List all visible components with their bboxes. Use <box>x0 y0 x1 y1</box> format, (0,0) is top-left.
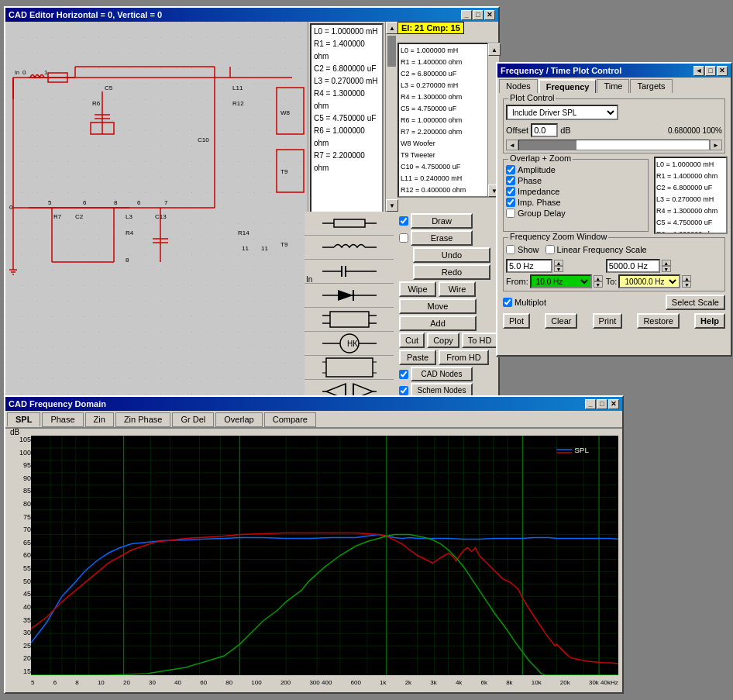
comp-val-3[interactable]: L3 = 0.270000 mH <box>400 80 488 91</box>
freq-maximize[interactable]: □ <box>705 66 716 76</box>
group-delay-checkbox[interactable] <box>506 209 515 218</box>
move-button[interactable]: Move <box>399 298 477 314</box>
freq-comp-5[interactable]: C5 = 4.750000 uF <box>656 217 725 229</box>
amplitude-checkbox[interactable] <box>506 165 515 174</box>
freq-close[interactable]: ✕ <box>717 66 728 76</box>
to-sel-down[interactable]: ▼ <box>682 281 691 288</box>
select-scale-button[interactable]: Select Scale <box>666 295 725 310</box>
offset-input[interactable] <box>531 123 558 137</box>
cad-freq-close[interactable]: ✕ <box>608 399 619 409</box>
slider-thumb[interactable] <box>519 140 576 150</box>
clear-button[interactable]: Clear <box>545 313 577 329</box>
help-button[interactable]: Help <box>694 313 725 329</box>
scroll-down-arrow[interactable]: ▼ <box>386 199 398 212</box>
comp-item-1[interactable]: R1 = 1.400000 ohm <box>312 38 381 63</box>
show-checkbox[interactable] <box>506 245 515 254</box>
scroll-up2[interactable]: ▲ <box>488 43 501 56</box>
from-sel-up[interactable]: ▲ <box>594 275 603 281</box>
comp-val-11[interactable]: L11 = 0.240000 mH <box>400 173 488 184</box>
comp-val-0[interactable]: L0 = 1.000000 mH <box>400 45 488 57</box>
freq-minimize[interactable]: ◄ <box>693 66 704 76</box>
add-button[interactable]: Add <box>399 316 477 331</box>
comp-item-5[interactable]: C5 = 4.750000 uF <box>312 112 381 125</box>
scroll-thumb[interactable] <box>387 36 396 67</box>
wire-button[interactable]: Wire <box>439 281 476 297</box>
to-hd-button[interactable]: To HD <box>462 333 498 348</box>
from-sel-down[interactable]: ▼ <box>594 281 603 288</box>
component-list[interactable]: L0 = 1.000000 mHR1 = 1.400000 ohmC2 = 6.… <box>310 23 384 212</box>
comp-item-3[interactable]: L3 = 0.270000 mH <box>312 75 381 88</box>
slider-left[interactable]: ◄ <box>506 140 518 150</box>
comp-val-10[interactable]: C10 = 4.750000 uF <box>400 161 488 173</box>
tab-phase[interactable]: Phase <box>42 412 83 427</box>
tab-frequency[interactable]: Frequency <box>539 79 597 93</box>
comp-val-4[interactable]: R4 = 1.300000 ohm <box>400 91 488 103</box>
comp-item-6[interactable]: R6 = 1.000000 ohm <box>312 125 381 150</box>
comp-values-list[interactable]: L0 = 1.000000 mHR1 = 1.400000 ohmC2 = 6.… <box>397 43 490 198</box>
tab-zin-phase[interactable]: Zin Phase <box>115 412 171 427</box>
freq-comp-0[interactable]: L0 = 1.000000 mH <box>656 159 725 171</box>
comp-val-6[interactable]: R6 = 1.000000 ohm <box>400 115 488 126</box>
freq-comp-4[interactable]: R4 = 1.300000 ohm <box>656 205 725 217</box>
plot-button[interactable]: Plot <box>503 313 530 329</box>
from-hd-button[interactable]: From HD <box>439 350 489 365</box>
close-button[interactable]: ✕ <box>484 10 495 20</box>
restore-button[interactable]: Restore <box>637 313 680 329</box>
to-select[interactable]: 10000.0 Hz <box>618 274 680 288</box>
print-button[interactable]: Print <box>593 313 623 329</box>
impedance-checkbox[interactable] <box>506 187 515 196</box>
scroll-track[interactable] <box>386 36 397 191</box>
copy-button[interactable]: Copy <box>427 333 459 348</box>
cad-nodes-checkbox[interactable] <box>399 370 408 379</box>
cad-freq-minimize[interactable]: _ <box>585 399 596 409</box>
phase-checkbox[interactable] <box>506 176 515 185</box>
tab-spl[interactable]: SPL <box>7 412 40 427</box>
comp-val-2[interactable]: C2 = 6.800000 uF <box>400 68 488 80</box>
draw-checkbox[interactable] <box>399 216 408 226</box>
comp-val-1[interactable]: R1 = 1.400000 ohm <box>400 57 488 68</box>
tab-targets[interactable]: Targets <box>630 79 672 93</box>
tab-zin[interactable]: Zin <box>85 412 114 427</box>
comp-val-8[interactable]: W8 Woofer <box>400 138 488 150</box>
comp-val-13[interactable]: C13 = 10.00000 uF <box>400 196 488 198</box>
tab-nodes[interactable]: Nodes <box>499 79 538 93</box>
slider-track[interactable] <box>518 140 710 150</box>
comp-val-12[interactable]: R12 = 0.400000 ohm <box>400 184 488 196</box>
to-spin-up[interactable]: ▲ <box>662 260 671 266</box>
comp-list-scrollbar[interactable]: ▲ ▼ <box>385 22 397 212</box>
linear-checkbox[interactable] <box>545 245 555 254</box>
from-spinner[interactable] <box>506 259 552 273</box>
freq-comp-3[interactable]: L3 = 0.270000 mH <box>656 194 725 205</box>
cad-nodes-button[interactable]: CAD Nodes <box>411 367 473 381</box>
tab-overlap[interactable]: Overlap <box>215 412 263 427</box>
erase-checkbox[interactable] <box>399 233 408 243</box>
comp-item-7[interactable]: R7 = 2.200000 ohm <box>312 150 381 174</box>
from-spin-down[interactable]: ▼ <box>554 266 563 272</box>
comp-item-0[interactable]: L0 = 1.000000 mH <box>312 26 381 38</box>
cad-freq-maximize[interactable]: □ <box>597 399 607 409</box>
slider-right[interactable]: ► <box>710 140 722 150</box>
maximize-button[interactable]: □ <box>473 10 484 20</box>
freq-comp-2[interactable]: C2 = 6.800000 uF <box>656 182 725 194</box>
schem-nodes-checkbox[interactable] <box>399 386 408 395</box>
wipe-button[interactable]: Wipe <box>399 281 436 297</box>
comp-val-5[interactable]: C5 = 4.750000 uF <box>400 103 488 115</box>
to-spin-down[interactable]: ▼ <box>662 266 671 272</box>
comp-val-7[interactable]: R7 = 2.200000 ohm <box>400 126 488 138</box>
to-spinner[interactable] <box>606 259 660 273</box>
draw-button[interactable]: Draw <box>411 213 473 229</box>
plot-control-dropdown[interactable]: Include Driver SPL Exclude Driver SPL <box>506 105 618 120</box>
comp-val-9[interactable]: T9 Tweeter <box>400 150 488 161</box>
freq-comp-list[interactable]: L0 = 1.000000 mHR1 = 1.400000 ohmC2 = 6.… <box>654 157 728 234</box>
tab-time[interactable]: Time <box>597 79 629 93</box>
tab-compare[interactable]: Compare <box>264 412 316 427</box>
tab-gr-del[interactable]: Gr Del <box>172 412 214 427</box>
cut-button[interactable]: Cut <box>399 333 425 348</box>
freq-comp-1[interactable]: R1 = 1.400000 ohm <box>656 171 725 182</box>
to-sel-up[interactable]: ▲ <box>682 275 691 281</box>
comp-item-2[interactable]: C2 = 6.800000 uF <box>312 63 381 75</box>
from-select[interactable]: 10.0 Hz <box>530 274 592 288</box>
imp-phase-checkbox[interactable] <box>506 198 515 207</box>
minimize-button[interactable]: _ <box>461 10 472 20</box>
redo-button[interactable]: Redo <box>413 264 490 280</box>
